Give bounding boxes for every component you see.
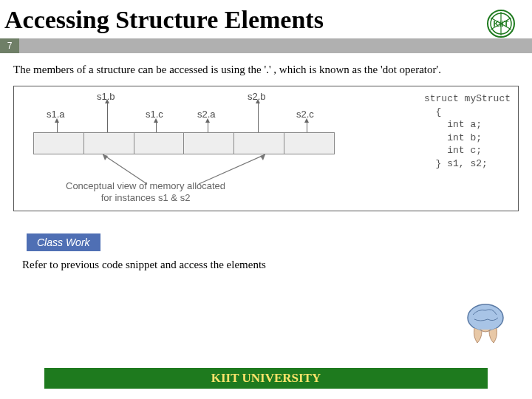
footer-banner: KIIT UNIVERSITY bbox=[44, 368, 488, 389]
code-snippet: struct myStruct { int a; int b; int c; }… bbox=[424, 92, 511, 170]
memory-cell bbox=[284, 132, 335, 154]
memory-cell bbox=[33, 132, 83, 154]
refer-text: Refer to previous code snippet and acces… bbox=[0, 251, 532, 279]
svg-text:KiiT: KiiT bbox=[494, 19, 509, 28]
arrow-icon bbox=[57, 122, 58, 132]
diagram-caption: Conceptual view of memory allocated for … bbox=[66, 180, 225, 203]
svg-marker-6 bbox=[260, 154, 265, 160]
caption-line2: for instances s1 & s2 bbox=[101, 192, 191, 203]
memory-cell bbox=[83, 132, 134, 154]
memory-cell bbox=[134, 132, 184, 154]
header-bar-fill bbox=[19, 38, 532, 53]
arrow-icon bbox=[156, 122, 157, 132]
memory-diagram: s1.a s1.b s1.c s2.a s2.b s2.c Conceptual… bbox=[13, 86, 519, 211]
arrow-icon bbox=[107, 103, 108, 132]
class-work-badge: Class Work bbox=[27, 233, 100, 251]
memory-cells bbox=[33, 132, 335, 154]
page-number: 7 bbox=[0, 38, 19, 53]
memory-cell bbox=[233, 132, 284, 154]
arrow-icon bbox=[258, 103, 259, 132]
arrow-icon bbox=[208, 122, 208, 132]
page-title: Accessing Structure Elements bbox=[0, 0, 532, 37]
arrow-icon bbox=[307, 122, 307, 132]
header-bar: 7 bbox=[0, 38, 532, 53]
brain-icon bbox=[460, 300, 511, 352]
caption-line1: Conceptual view of memory allocated bbox=[66, 180, 225, 191]
memory-cell bbox=[183, 132, 233, 154]
intro-text: The members of a structure can be access… bbox=[0, 53, 532, 83]
kiit-logo: KiiT bbox=[479, 9, 523, 38]
